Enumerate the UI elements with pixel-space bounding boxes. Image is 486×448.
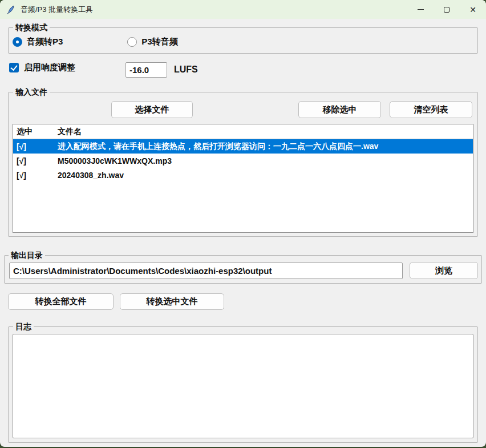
header-checked[interactable]: 选中 <box>13 127 58 137</box>
row-check-cell: [√] <box>13 142 58 151</box>
row-check-cell: [√] <box>13 156 58 166</box>
output-path-input[interactable]: C:\Users\Administrator\Documents\Codes\x… <box>9 263 403 279</box>
title-bar: 音频/P3 批量转换工具 ✕ <box>0 0 486 19</box>
header-filename[interactable]: 文件名 <box>58 127 473 137</box>
lufs-value-input[interactable] <box>125 62 167 78</box>
app-window: 音频/P3 批量转换工具 ✕ 转换模式 音频转P3 P3转音频 启用响度调整 L… <box>0 0 486 447</box>
mode-radio-row: 音频转P3 P3转音频 <box>13 37 178 47</box>
log-group-label: 日志 <box>13 322 34 332</box>
close-icon: ✕ <box>469 5 476 14</box>
minimize-icon <box>418 9 424 10</box>
row-filename-cell: 20240308_zh.wav <box>58 171 473 180</box>
checkbox-checked-icon[interactable] <box>9 63 19 72</box>
radio-selected-icon <box>13 37 22 47</box>
minimize-button[interactable] <box>407 0 434 19</box>
maximize-icon <box>444 7 449 13</box>
row-check-cell: [√] <box>13 171 58 180</box>
convert-all-button[interactable]: 转换全部文件 <box>8 293 114 310</box>
file-table: 选中 文件名 [√] 进入配网模式，请在手机上连接热点，然后打开浏览器访问：一九… <box>13 124 473 233</box>
radio-audio-to-p3[interactable]: 音频转P3 <box>13 37 63 47</box>
close-button[interactable]: ✕ <box>460 0 486 19</box>
table-row[interactable]: [√] 20240308_zh.wav <box>13 168 473 182</box>
browse-button[interactable]: 浏览 <box>410 262 478 279</box>
clear-list-button[interactable]: 清空列表 <box>390 101 472 118</box>
row-filename-cell: M500003J0cWK1WWxQX.mp3 <box>58 156 473 166</box>
mode-group-label: 转换模式 <box>13 23 50 33</box>
radio-unselected-icon <box>127 37 137 47</box>
file-table-header: 选中 文件名 <box>13 124 473 139</box>
input-group-label: 输入文件 <box>13 87 50 97</box>
log-textarea[interactable] <box>13 334 473 438</box>
convert-selected-button[interactable]: 转换选中文件 <box>120 293 224 310</box>
row-filename-cell: 进入配网模式，请在手机上连接热点，然后打开浏览器访问：一九二点一六八点四点一.w… <box>58 142 473 152</box>
loudness-checkbox-label[interactable]: 启用响度调整 <box>24 62 75 73</box>
python-feather-icon <box>6 5 15 14</box>
window-controls: ✕ <box>407 0 486 19</box>
loudness-checkbox-row: 启用响度调整 <box>9 62 75 73</box>
remove-selected-button[interactable]: 移除选中 <box>298 101 381 118</box>
table-row[interactable]: [√] 进入配网模式，请在手机上连接热点，然后打开浏览器访问：一九二点一六八点四… <box>13 139 473 154</box>
maximize-button[interactable] <box>434 0 460 19</box>
radio-p3-to-audio[interactable]: P3转音频 <box>127 37 177 47</box>
window-title: 音频/P3 批量转换工具 <box>21 5 93 15</box>
radio-audio-to-p3-label: 音频转P3 <box>27 37 63 47</box>
lufs-unit-label: LUFS <box>174 64 198 75</box>
radio-p3-to-audio-label: P3转音频 <box>141 37 177 47</box>
output-group-label: 输出目录 <box>9 251 45 260</box>
select-files-button[interactable]: 选择文件 <box>111 101 193 118</box>
table-row[interactable]: [√] M500003J0cWK1WWxQX.mp3 <box>13 154 473 168</box>
